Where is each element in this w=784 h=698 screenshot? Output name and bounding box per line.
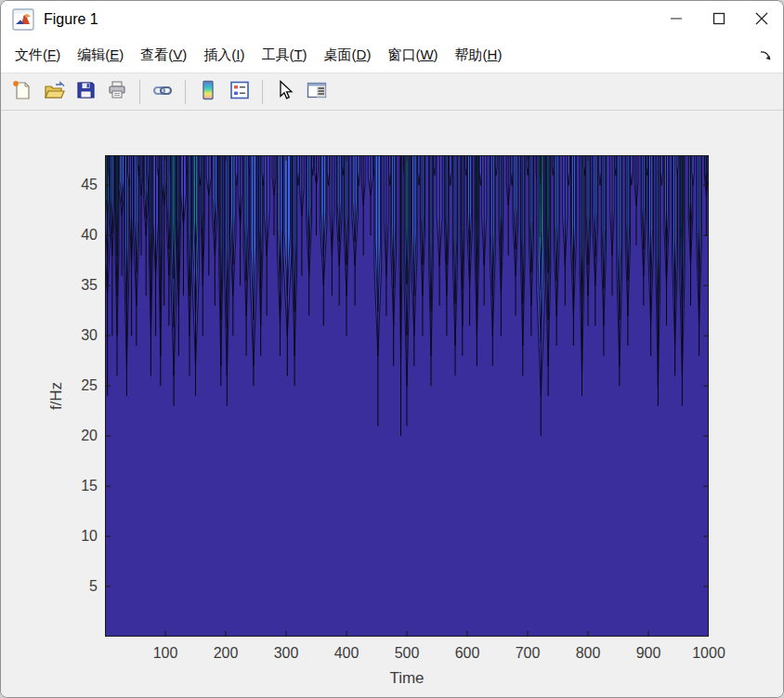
cursor-arrow-icon [274, 79, 296, 104]
contour-plot[interactable] [105, 155, 709, 637]
menu-item-window[interactable]: 窗口(W) [379, 42, 446, 69]
open-folder-icon [43, 79, 65, 104]
window-title: Figure 1 [44, 11, 98, 28]
link-plot-button[interactable] [148, 77, 177, 107]
dock-figure-button[interactable] [755, 46, 776, 66]
print-icon [106, 79, 128, 104]
x-tick-label: 1000 [692, 644, 725, 663]
x-tick-label: 700 [516, 644, 541, 663]
figure-toolbar [1, 73, 783, 111]
figure-window: Figure 1 文件(F)编辑(E)查看(V)插入(I)工具(T)桌面(D)窗… [0, 0, 784, 698]
menu-item-tools[interactable]: 工具(T) [253, 42, 315, 69]
matlab-logo-icon [12, 8, 34, 31]
x-tick-label: 600 [455, 644, 480, 663]
y-tick-label: 20 [42, 427, 98, 445]
print-figure-button[interactable] [102, 77, 132, 107]
new-doc-icon [11, 79, 33, 104]
y-tick-label: 10 [42, 527, 98, 546]
y-tick-label: 5 [42, 577, 98, 596]
colorbar-icon [197, 79, 219, 104]
x-tick-label: 400 [334, 644, 359, 663]
maximize-button[interactable] [698, 1, 740, 38]
open-file-button[interactable] [39, 77, 69, 107]
toolbar-separator [185, 80, 186, 104]
minimize-icon [670, 12, 683, 28]
new-figure-button[interactable] [7, 77, 37, 107]
x-tick-label: 500 [395, 644, 420, 663]
insert-colorbar-button[interactable] [193, 77, 223, 107]
x-tick-label: 100 [153, 644, 178, 663]
figure-canvas: 1002003004005006007008009001000510152025… [1, 111, 784, 698]
save-icon [74, 79, 97, 104]
toolbar-separator [139, 80, 140, 104]
y-tick-label: 30 [42, 326, 98, 345]
save-figure-button[interactable] [71, 77, 100, 107]
toolbar-separator [262, 80, 263, 104]
insert-legend-button[interactable] [225, 77, 255, 107]
x-axis-label: Time [389, 669, 424, 688]
x-tick-label: 900 [636, 644, 661, 663]
x-tick-label: 200 [214, 644, 239, 663]
x-tick-label: 300 [274, 644, 299, 663]
dock-figure-icon [759, 48, 772, 64]
menu-item-view[interactable]: 查看(V) [132, 42, 195, 69]
y-tick-label: 15 [42, 477, 98, 495]
y-tick-label: 45 [42, 176, 98, 194]
maximize-icon [712, 12, 725, 28]
menu-bar: 文件(F)编辑(E)查看(V)插入(I)工具(T)桌面(D)窗口(W)帮助(H) [1, 38, 783, 73]
y-tick-label: 35 [42, 276, 98, 295]
y-axis-label: f/Hz [47, 382, 66, 410]
edit-plot-button[interactable] [270, 77, 300, 107]
menu-item-file[interactable]: 文件(F) [7, 42, 69, 69]
property-inspector-button[interactable] [302, 77, 332, 107]
x-tick-label: 800 [576, 644, 601, 663]
close-button[interactable] [740, 1, 783, 38]
title-bar: Figure 1 [1, 1, 783, 38]
menu-item-desktop[interactable]: 桌面(D) [316, 42, 380, 69]
menu-item-insert[interactable]: 插入(I) [195, 42, 253, 69]
close-icon [755, 12, 768, 28]
menu-item-help[interactable]: 帮助(H) [447, 42, 511, 69]
window-controls [655, 1, 783, 38]
menu-item-edit[interactable]: 编辑(E) [69, 42, 132, 69]
link-icon [151, 79, 174, 104]
legend-icon [229, 79, 251, 104]
y-tick-label: 40 [42, 226, 98, 244]
menubar-items: 文件(F)编辑(E)查看(V)插入(I)工具(T)桌面(D)窗口(W)帮助(H) [1, 42, 510, 69]
minimize-button[interactable] [655, 1, 698, 38]
property-inspector-icon [306, 79, 328, 104]
